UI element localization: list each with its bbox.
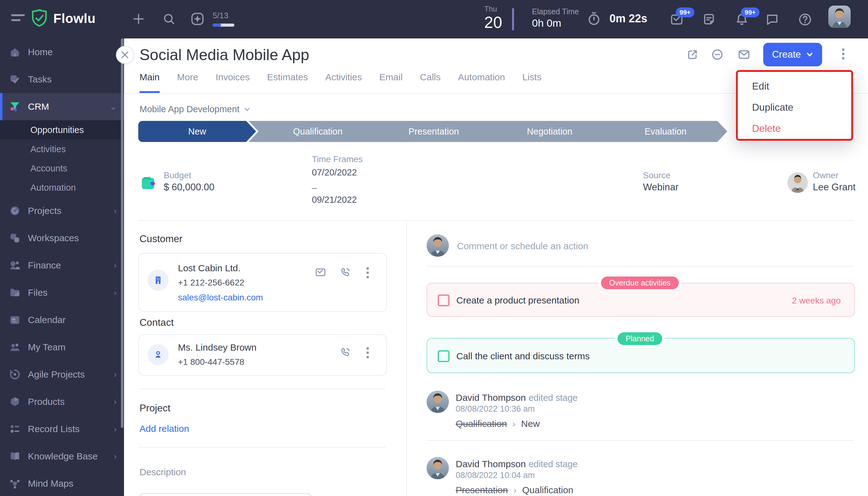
chevron-down-icon: [806, 51, 813, 58]
sidebar-item-agile-projects[interactable]: Agile Projects›: [0, 361, 124, 388]
close-panel-button[interactable]: [116, 46, 134, 64]
stage-negotiation[interactable]: Negotiation: [480, 121, 611, 142]
add-relation-link[interactable]: Add relation: [140, 423, 189, 434]
inbox-icon[interactable]: 99+: [670, 12, 683, 26]
elapsed-time-label: Elapsed Time: [532, 7, 579, 16]
stage-presentation[interactable]: Presentation: [365, 121, 495, 142]
tab-invoices[interactable]: Invoices: [215, 72, 250, 93]
sidebar-item-files[interactable]: Files›: [0, 279, 124, 306]
sidebar-item-activities[interactable]: Activities: [0, 140, 124, 159]
sidebar-item-crm[interactable]: CRM ⌄: [0, 93, 124, 120]
customer-card: Lost Cabin Ltd. +1 212-256-6622 sales@lo…: [138, 253, 387, 312]
owner-avatar[interactable]: [787, 172, 808, 193]
menu-item-delete[interactable]: Delete: [738, 118, 851, 139]
sidebar-item-home[interactable]: Home: [0, 38, 124, 66]
home-icon: [9, 46, 21, 58]
sidebar-item-tasks[interactable]: Tasks: [0, 66, 124, 93]
create-button[interactable]: Create: [763, 43, 822, 66]
project-heading: Project: [140, 402, 170, 414]
customer-phone: +1 212-256-6622: [178, 278, 244, 288]
sidebar-item-mind-maps[interactable]: Mind Maps: [0, 470, 124, 496]
sidebar-item-accounts[interactable]: Accounts: [0, 159, 124, 178]
chevron-down-icon: ⌄: [110, 102, 117, 112]
planned-task-title[interactable]: Call the client and discuss terms: [456, 351, 590, 361]
customer-kebab-icon[interactable]: [367, 267, 369, 278]
customer-company-name[interactable]: Lost Cabin Ltd.: [178, 263, 241, 274]
stage-change-to: New: [521, 418, 540, 429]
send-email-icon[interactable]: [314, 266, 327, 278]
tab-more[interactable]: More: [177, 72, 198, 93]
chevron-right-icon: ›: [114, 424, 117, 434]
chevron-right-icon: ›: [114, 370, 117, 379]
tab-estimates[interactable]: Estimates: [267, 72, 308, 93]
call-phone-icon[interactable]: [339, 346, 352, 358]
feed-user-name[interactable]: David Thompson: [456, 459, 526, 469]
sidebar-item-record-lists[interactable]: Record Lists›: [0, 415, 124, 443]
copy-link-icon[interactable]: [711, 48, 724, 61]
help-icon[interactable]: [798, 12, 811, 26]
sidebar-item-my-team[interactable]: My Team: [0, 334, 124, 361]
call-phone-icon[interactable]: [339, 266, 352, 278]
feed-event: David Thompson edited stage: [456, 392, 577, 403]
menu-item-duplicate[interactable]: Duplicate: [738, 97, 851, 118]
notes-icon[interactable]: [702, 12, 715, 26]
pipeline-selector[interactable]: Mobile App Development: [140, 104, 250, 114]
chat-icon[interactable]: [765, 12, 779, 26]
sidebar-item-knowledge-base[interactable]: Knowledge Base›: [0, 443, 124, 470]
tab-automation[interactable]: Automation: [458, 72, 505, 93]
sidebar-item-opportunities[interactable]: Opportunities: [0, 120, 124, 140]
stage-qualification[interactable]: Qualification: [249, 121, 379, 142]
search-icon[interactable]: [162, 12, 175, 26]
page-title: Social Media Mobile App: [140, 46, 309, 64]
menu-item-edit[interactable]: Edit: [738, 76, 851, 97]
hamburger-menu-icon[interactable]: [11, 14, 25, 24]
sidebar-scrollbar[interactable]: [121, 38, 123, 428]
tab-lists[interactable]: Lists: [522, 72, 542, 93]
overdue-task-title[interactable]: Create a product presentation: [456, 295, 579, 306]
customer-email-link[interactable]: sales@lost-cabin.com: [178, 293, 263, 303]
sidebar-item-finance[interactable]: Finance›: [0, 252, 124, 279]
calendar-icon: [9, 314, 21, 326]
timer[interactable]: 0m 22s: [587, 11, 647, 26]
contact-heading: Contact: [140, 317, 174, 328]
start-date: 07/20/2022: [312, 166, 357, 179]
tab-email[interactable]: Email: [379, 72, 403, 93]
contact-name[interactable]: Ms. Lindsey Brown: [178, 342, 257, 353]
onboarding-progress[interactable]: 5/13: [190, 11, 234, 27]
description-input[interactable]: [138, 493, 312, 496]
notifications-bell-icon[interactable]: 99+: [735, 12, 748, 26]
stage-evaluation[interactable]: Evaluation: [596, 121, 727, 142]
sidebar-item-projects[interactable]: Projects›: [0, 197, 124, 224]
elapsed-time[interactable]: Elapsed Time 0h 0m: [532, 7, 579, 30]
email-icon[interactable]: [737, 48, 751, 61]
open-in-new-icon[interactable]: [686, 48, 699, 61]
sidebar-item-automation[interactable]: Automation: [0, 178, 124, 197]
contact-kebab-icon[interactable]: [367, 347, 369, 358]
agile-projects-icon: [9, 368, 21, 381]
sidebar-item-workspaces[interactable]: Workspaces: [0, 224, 124, 252]
user-avatar[interactable]: [828, 5, 851, 28]
divider: [138, 389, 386, 389]
calendar-date[interactable]: Thu 20: [484, 5, 502, 32]
tab-calls[interactable]: Calls: [420, 72, 441, 93]
budget-label: Budget: [164, 170, 191, 181]
mind-maps-icon: [9, 477, 21, 490]
finance-icon: [9, 259, 21, 272]
chevron-right-icon: ›: [114, 397, 117, 407]
tab-activities[interactable]: Activities: [325, 72, 362, 93]
more-options-kebab-icon[interactable]: [842, 48, 844, 60]
comment-input[interactable]: [456, 238, 842, 254]
topbar-divider: [512, 8, 514, 30]
app-logo[interactable]: Flowlu: [31, 9, 96, 29]
tab-main[interactable]: Main: [140, 72, 160, 93]
date-weekday: Thu: [484, 5, 502, 13]
stage-change-to: Qualification: [522, 485, 573, 495]
end-date: 09/21/2022: [312, 193, 357, 206]
task-checkbox[interactable]: [438, 294, 450, 306]
stage-new[interactable]: New: [138, 121, 256, 142]
task-checkbox[interactable]: [438, 350, 450, 362]
feed-user-name[interactable]: David Thompson: [456, 392, 526, 403]
sidebar-item-products[interactable]: Products›: [0, 388, 124, 415]
add-icon[interactable]: [132, 12, 145, 26]
sidebar-item-calendar[interactable]: Calendar: [0, 306, 124, 334]
